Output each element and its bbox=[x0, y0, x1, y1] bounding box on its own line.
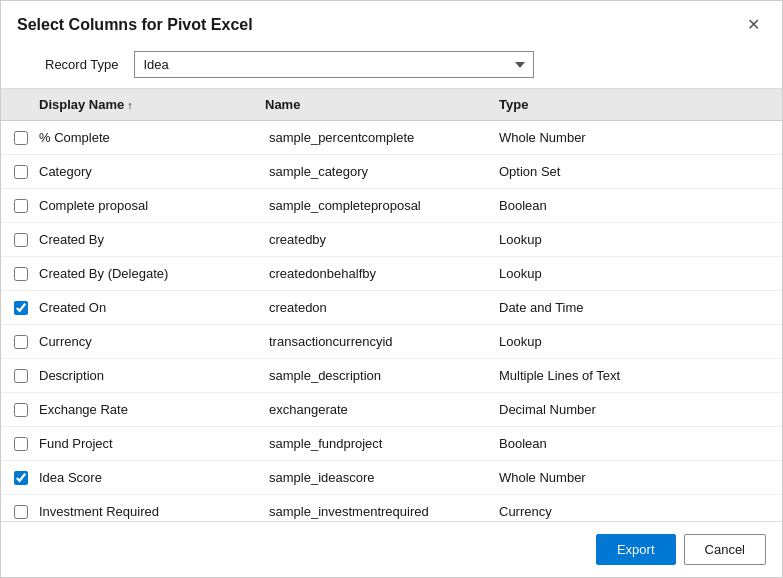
row-checkbox[interactable] bbox=[14, 301, 28, 315]
table-row: Exchange Rate exchangerate Decimal Numbe… bbox=[1, 393, 782, 427]
close-button[interactable]: ✕ bbox=[741, 15, 766, 35]
row-checkbox[interactable] bbox=[14, 233, 28, 247]
row-name: sample_investmentrequired bbox=[261, 504, 491, 519]
row-type: Option Set bbox=[491, 164, 768, 179]
record-type-select[interactable]: Idea bbox=[134, 51, 534, 78]
row-checkbox-cell[interactable] bbox=[1, 335, 31, 349]
row-name: sample_percentcomplete bbox=[261, 130, 491, 145]
cancel-button[interactable]: Cancel bbox=[684, 534, 766, 565]
table-container: Display Name ↑ Name Type % Complete samp… bbox=[1, 88, 782, 522]
row-checkbox[interactable] bbox=[14, 267, 28, 281]
row-type: Boolean bbox=[491, 198, 768, 213]
row-name: sample_fundproject bbox=[261, 436, 491, 451]
table-row: Investment Required sample_investmentreq… bbox=[1, 495, 782, 521]
dialog-title: Select Columns for Pivot Excel bbox=[17, 16, 253, 34]
row-display-name: Complete proposal bbox=[31, 198, 261, 213]
row-display-name: % Complete bbox=[31, 130, 261, 145]
row-display-name: Description bbox=[31, 368, 261, 383]
row-type: Lookup bbox=[491, 334, 768, 349]
table-row: Description sample_description Multiple … bbox=[1, 359, 782, 393]
row-type: Boolean bbox=[491, 436, 768, 451]
row-name: createdby bbox=[261, 232, 491, 247]
row-checkbox-cell[interactable] bbox=[1, 131, 31, 145]
row-checkbox-cell[interactable] bbox=[1, 233, 31, 247]
col-display-name: Display Name ↑ bbox=[31, 97, 261, 112]
row-display-name: Fund Project bbox=[31, 436, 261, 451]
export-button[interactable]: Export bbox=[596, 534, 676, 565]
row-checkbox-cell[interactable] bbox=[1, 301, 31, 315]
row-display-name: Idea Score bbox=[31, 470, 261, 485]
record-type-label: Record Type bbox=[45, 57, 118, 72]
row-checkbox[interactable] bbox=[14, 505, 28, 519]
row-name: sample_completeproposal bbox=[261, 198, 491, 213]
row-type: Currency bbox=[491, 504, 768, 519]
row-name: createdon bbox=[261, 300, 491, 315]
row-name: sample_description bbox=[261, 368, 491, 383]
table-row: Complete proposal sample_completeproposa… bbox=[1, 189, 782, 223]
row-name: createdonbehalfby bbox=[261, 266, 491, 281]
row-checkbox-cell[interactable] bbox=[1, 437, 31, 451]
row-checkbox[interactable] bbox=[14, 131, 28, 145]
row-display-name: Category bbox=[31, 164, 261, 179]
row-type: Whole Number bbox=[491, 470, 768, 485]
row-name: transactioncurrencyid bbox=[261, 334, 491, 349]
row-display-name: Created By bbox=[31, 232, 261, 247]
row-checkbox-cell[interactable] bbox=[1, 199, 31, 213]
row-display-name: Created By (Delegate) bbox=[31, 266, 261, 281]
table-row: Created On createdon Date and Time bbox=[1, 291, 782, 325]
row-name: sample_category bbox=[261, 164, 491, 179]
row-checkbox-cell[interactable] bbox=[1, 267, 31, 281]
table-row: Created By createdby Lookup bbox=[1, 223, 782, 257]
row-checkbox-cell[interactable] bbox=[1, 471, 31, 485]
row-type: Decimal Number bbox=[491, 402, 768, 417]
table-row: Fund Project sample_fundproject Boolean bbox=[1, 427, 782, 461]
col-name: Name bbox=[261, 97, 491, 112]
row-checkbox[interactable] bbox=[14, 335, 28, 349]
dialog-header: Select Columns for Pivot Excel ✕ bbox=[1, 1, 782, 45]
row-checkbox-cell[interactable] bbox=[1, 165, 31, 179]
row-type: Date and Time bbox=[491, 300, 768, 315]
row-display-name: Exchange Rate bbox=[31, 402, 261, 417]
row-type: Whole Number bbox=[491, 130, 768, 145]
dialog-footer: Export Cancel bbox=[1, 522, 782, 577]
row-checkbox[interactable] bbox=[14, 403, 28, 417]
dialog: Select Columns for Pivot Excel ✕ Record … bbox=[0, 0, 783, 578]
row-display-name: Investment Required bbox=[31, 504, 261, 519]
row-type: Lookup bbox=[491, 232, 768, 247]
row-checkbox-cell[interactable] bbox=[1, 505, 31, 519]
row-name: exchangerate bbox=[261, 402, 491, 417]
table-body[interactable]: % Complete sample_percentcomplete Whole … bbox=[1, 121, 782, 521]
row-display-name: Currency bbox=[31, 334, 261, 349]
row-checkbox[interactable] bbox=[14, 199, 28, 213]
row-checkbox[interactable] bbox=[14, 437, 28, 451]
row-type: Multiple Lines of Text bbox=[491, 368, 768, 383]
table-row: Currency transactioncurrencyid Lookup bbox=[1, 325, 782, 359]
row-type: Lookup bbox=[491, 266, 768, 281]
table-header: Display Name ↑ Name Type bbox=[1, 89, 782, 121]
row-checkbox-cell[interactable] bbox=[1, 403, 31, 417]
table-row: Category sample_category Option Set bbox=[1, 155, 782, 189]
row-checkbox[interactable] bbox=[14, 471, 28, 485]
table-row: Created By (Delegate) createdonbehalfby … bbox=[1, 257, 782, 291]
row-display-name: Created On bbox=[31, 300, 261, 315]
col-type: Type bbox=[491, 97, 768, 112]
row-checkbox[interactable] bbox=[14, 369, 28, 383]
table-row: Idea Score sample_ideascore Whole Number bbox=[1, 461, 782, 495]
row-checkbox-cell[interactable] bbox=[1, 369, 31, 383]
row-checkbox[interactable] bbox=[14, 165, 28, 179]
table-row: % Complete sample_percentcomplete Whole … bbox=[1, 121, 782, 155]
record-type-row: Record Type Idea bbox=[1, 45, 782, 88]
row-name: sample_ideascore bbox=[261, 470, 491, 485]
